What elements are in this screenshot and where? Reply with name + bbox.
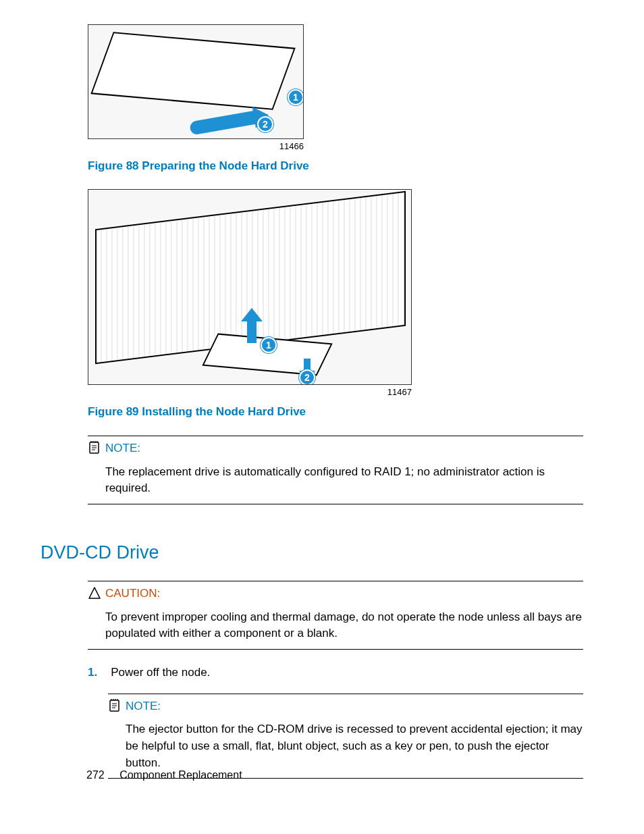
figure-89-id: 11467 <box>88 386 412 399</box>
note-icon <box>108 698 126 718</box>
callout-2-icon: 2 <box>299 369 315 385</box>
step-1: 1. Power off the node. <box>88 664 583 681</box>
page-number: 272 <box>86 767 105 783</box>
note-icon <box>88 440 105 460</box>
figure-89-diagram: 1 2 <box>88 189 412 385</box>
note-block-1: NOTE: The replacement drive is automatic… <box>88 436 583 504</box>
step-1-text: Power off the node. <box>111 664 210 681</box>
section-heading-dvd-cd-drive: DVD-CD Drive <box>41 540 583 566</box>
page-footer: 272 Component Replacement <box>86 767 242 783</box>
figure-89-block: 1 2 11467 Figure 89 Installing the Node … <box>88 189 583 420</box>
caution-block: CAUTION: To prevent improper cooling and… <box>88 581 583 650</box>
note-block-2: NOTE: The ejector button for the CD-ROM … <box>108 694 583 779</box>
step-1-number: 1. <box>88 664 97 681</box>
note-title: NOTE: <box>105 440 140 457</box>
note-body: The replacement drive is automatically c… <box>88 461 583 504</box>
caution-icon <box>88 585 105 605</box>
caution-body: To prevent improper cooling and thermal … <box>88 606 583 649</box>
figure-88-id: 11466 <box>88 140 304 153</box>
figure-88-block: 1 2 11466 Figure 88 Preparing the Node H… <box>88 24 583 174</box>
footer-section: Component Replacement <box>119 769 242 781</box>
note-title: NOTE: <box>126 698 161 715</box>
figure-88-caption: Figure 88 Preparing the Node Hard Drive <box>88 158 583 175</box>
callout-2-icon: 2 <box>257 116 273 132</box>
caution-title: CAUTION: <box>105 585 160 602</box>
figure-89-caption: Figure 89 Installing the Node Hard Drive <box>88 404 583 421</box>
figure-88-diagram: 1 2 <box>88 24 304 139</box>
callout-1-icon: 1 <box>288 89 304 105</box>
